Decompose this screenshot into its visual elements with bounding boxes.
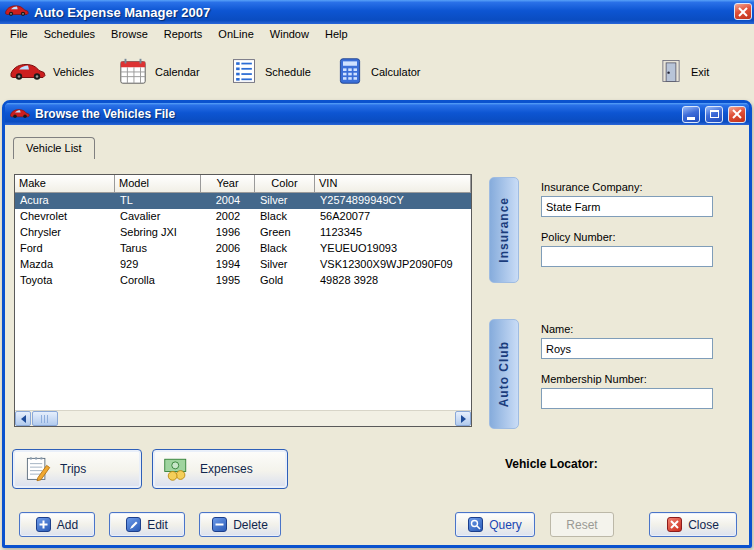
cell-vin: 49828 3928 bbox=[315, 273, 471, 289]
table-row[interactable]: Toyota Corolla 1995 Gold 49828 3928 bbox=[15, 273, 471, 289]
query-magnifier-icon bbox=[468, 517, 483, 532]
schedule-list-icon bbox=[230, 57, 258, 87]
cell-vin: VSK12300X9WJP2090F09 bbox=[315, 257, 471, 273]
query-button-label: Query bbox=[489, 518, 522, 532]
menu-window[interactable]: Window bbox=[262, 26, 317, 42]
exit-door-icon bbox=[658, 57, 684, 87]
table-row[interactable]: Chrysler Sebring JXI 1996 Green 1123345 bbox=[15, 225, 471, 241]
toolbar-schedule-button[interactable]: Schedule bbox=[224, 52, 317, 92]
car-icon bbox=[10, 62, 46, 83]
column-header-model[interactable]: Model bbox=[115, 175, 201, 193]
column-header-color[interactable]: Color bbox=[255, 175, 315, 193]
insurance-fields: Insurance Company: Policy Number: bbox=[541, 177, 745, 283]
scroll-left-button[interactable] bbox=[15, 411, 31, 426]
delete-button[interactable]: Delete bbox=[199, 512, 281, 537]
delete-button-label: Delete bbox=[233, 518, 268, 532]
table-row[interactable]: Ford Tarus 2006 Black YEUEUO19093 bbox=[15, 241, 471, 257]
club-name-input[interactable] bbox=[541, 338, 713, 359]
policy-number-input[interactable] bbox=[541, 246, 713, 267]
expenses-button-label: Expenses bbox=[200, 462, 253, 476]
menu-file[interactable]: File bbox=[2, 26, 36, 42]
menu-online[interactable]: OnLine bbox=[210, 26, 261, 42]
toolbar-vehicles-button[interactable]: Vehicles bbox=[4, 52, 100, 92]
policy-number-label: Policy Number: bbox=[541, 231, 616, 243]
table-row[interactable]: Chevrolet Cavalier 2002 Black 56A20077 bbox=[15, 209, 471, 225]
toolbar-schedule-label: Schedule bbox=[265, 66, 311, 78]
membership-number-label: Membership Number: bbox=[541, 373, 647, 385]
close-x-icon bbox=[667, 517, 682, 532]
reset-button[interactable]: Reset bbox=[550, 512, 614, 537]
scroll-right-button[interactable] bbox=[455, 411, 471, 426]
left-arrow-icon bbox=[21, 415, 26, 423]
browse-vehicles-window: Browse the Vehicles File Vehicle List Ma… bbox=[2, 100, 752, 548]
thumb-grip-icon bbox=[41, 415, 49, 423]
cell-vin: 1123345 bbox=[315, 225, 471, 241]
trips-notepad-icon bbox=[23, 454, 51, 485]
table-row[interactable]: Mazda 929 1994 Silver VSK12300X9WJP2090F… bbox=[15, 257, 471, 273]
vehicle-table: Make Model Year Color VIN Acura TL 2004 … bbox=[14, 174, 472, 427]
column-header-vin[interactable]: VIN bbox=[315, 175, 471, 193]
scrollbar-track[interactable] bbox=[58, 411, 455, 426]
expenses-button[interactable]: Expenses bbox=[152, 449, 288, 489]
cell-make: Toyota bbox=[15, 273, 115, 289]
edit-button[interactable]: Edit bbox=[109, 512, 185, 537]
close-button[interactable]: Close bbox=[649, 512, 737, 537]
tab-vehicle-list[interactable]: Vehicle List bbox=[13, 137, 95, 159]
scrollbar-thumb[interactable] bbox=[32, 411, 58, 426]
cell-make: Chrysler bbox=[15, 225, 115, 241]
toolbar-exit-label: Exit bbox=[691, 66, 709, 78]
insurance-panel-label: Insurance bbox=[497, 197, 511, 263]
trips-button-label: Trips bbox=[60, 462, 86, 476]
add-button[interactable]: Add bbox=[19, 512, 95, 537]
vehicle-table-header: Make Model Year Color VIN bbox=[15, 175, 471, 193]
edit-pencil-icon bbox=[126, 517, 141, 532]
close-window-button[interactable] bbox=[728, 106, 746, 123]
auto-club-panel: Auto Club Name: Membership Number: bbox=[489, 319, 745, 429]
main-titlebar: Auto Expense Manager 2007 bbox=[0, 0, 754, 24]
club-name-label: Name: bbox=[541, 323, 573, 335]
toolbar-exit-button[interactable]: Exit bbox=[652, 52, 715, 92]
menu-reports[interactable]: Reports bbox=[156, 26, 211, 42]
toolbar-calendar-button[interactable]: Calendar bbox=[112, 52, 206, 92]
cell-year: 1996 bbox=[201, 225, 255, 241]
cell-model: Cavalier bbox=[115, 209, 201, 225]
cell-vin: Y2574899949CY bbox=[315, 193, 471, 209]
query-button[interactable]: Query bbox=[455, 512, 535, 537]
toolbar-calculator-button[interactable]: Calculator bbox=[330, 52, 427, 92]
table-row[interactable]: Acura TL 2004 Silver Y2574899949CY bbox=[15, 193, 471, 209]
cell-color: Black bbox=[255, 209, 315, 225]
cell-model: 929 bbox=[115, 257, 201, 273]
horizontal-scrollbar bbox=[15, 410, 471, 426]
insurance-company-input[interactable] bbox=[541, 196, 713, 217]
minimize-button[interactable] bbox=[682, 106, 700, 123]
toolbar-calendar-label: Calendar bbox=[155, 66, 200, 78]
menu-help[interactable]: Help bbox=[317, 26, 356, 42]
cell-year: 2006 bbox=[201, 241, 255, 257]
reset-button-label: Reset bbox=[566, 518, 597, 532]
cell-color: Black bbox=[255, 241, 315, 257]
browse-window-title: Browse the Vehicles File bbox=[35, 107, 175, 121]
cell-color: Silver bbox=[255, 193, 315, 209]
cell-make: Mazda bbox=[15, 257, 115, 273]
insurance-panel-bar: Insurance bbox=[489, 177, 519, 283]
cell-year: 1995 bbox=[201, 273, 255, 289]
browse-window-client: Vehicle List Make Model Year Color VIN A… bbox=[5, 125, 749, 545]
membership-number-input[interactable] bbox=[541, 388, 713, 409]
app-title: Auto Expense Manager 2007 bbox=[34, 5, 210, 20]
edit-button-label: Edit bbox=[147, 518, 168, 532]
expenses-money-icon bbox=[163, 454, 191, 485]
cell-year: 1994 bbox=[201, 257, 255, 273]
auto-club-panel-label: Auto Club bbox=[497, 341, 511, 407]
trips-button[interactable]: Trips bbox=[12, 449, 142, 489]
menu-browse[interactable]: Browse bbox=[103, 26, 156, 42]
cell-model: Corolla bbox=[115, 273, 201, 289]
column-header-make[interactable]: Make bbox=[15, 175, 115, 193]
maximize-button[interactable] bbox=[705, 106, 723, 123]
app-car-icon bbox=[5, 3, 29, 21]
column-header-year[interactable]: Year bbox=[201, 175, 255, 193]
main-close-button[interactable] bbox=[734, 3, 752, 20]
toolbar: Vehicles Calendar Schedule bbox=[0, 44, 754, 98]
menu-schedules[interactable]: Schedules bbox=[36, 26, 103, 42]
cell-model: TL bbox=[115, 193, 201, 209]
menu-bar: File Schedules Browse Reports OnLine Win… bbox=[0, 24, 754, 44]
